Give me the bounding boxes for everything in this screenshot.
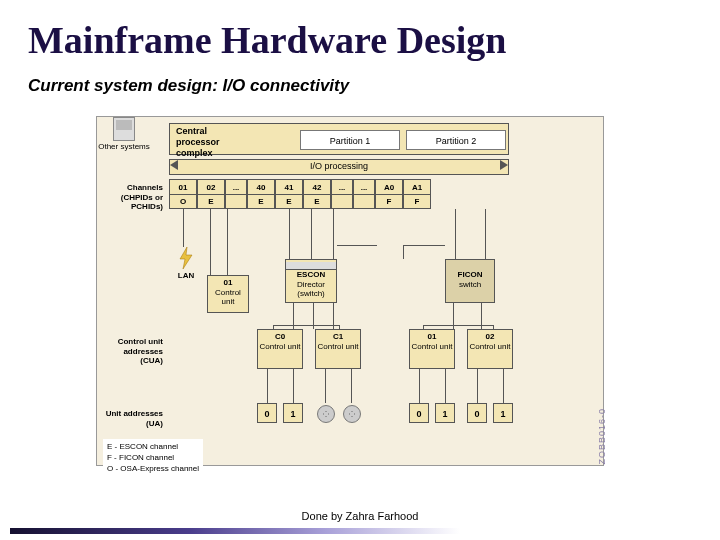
slide-footer: Done by Zahra Farhood xyxy=(0,510,720,522)
channel-a0: A0F xyxy=(375,179,403,209)
connector-line xyxy=(351,369,352,403)
control-unit-c0: C0Control unit xyxy=(257,329,303,369)
channel-row: 01O 02E ... 40E 41E 42E ... ... A0F A1F xyxy=(169,179,509,209)
channel-01: 01O xyxy=(169,179,197,209)
lightning-bolt-icon xyxy=(178,247,194,269)
unit-address-0: 0 xyxy=(257,403,277,423)
legend-osa: O - OSA-Express channel xyxy=(107,463,199,474)
connector-line xyxy=(503,369,504,403)
arrow-right-icon xyxy=(500,160,508,170)
connector-line xyxy=(227,209,228,275)
gradient-bar xyxy=(10,528,460,534)
svg-marker-0 xyxy=(180,247,192,269)
channel-ellipsis-1: ... xyxy=(225,179,247,209)
connector-line xyxy=(423,325,493,326)
disk-icon xyxy=(343,405,361,423)
unit-address-1: 1 xyxy=(435,403,455,423)
disk-icon xyxy=(317,405,335,423)
partition-1-box: Partition 1 xyxy=(300,130,400,150)
cpc-label: Central processor complex xyxy=(176,126,220,158)
lan-label: LAN xyxy=(171,271,201,280)
connector-line xyxy=(289,209,290,259)
label-unit-addresses: Unit addresses (UA) xyxy=(101,409,163,428)
page-title: Mainframe Hardware Design xyxy=(0,0,720,62)
channel-02: 02E xyxy=(197,179,225,209)
connector-line xyxy=(485,209,486,259)
other-systems-label: Other systems xyxy=(97,143,151,152)
unit-address-0: 0 xyxy=(467,403,487,423)
unit-address-1: 1 xyxy=(283,403,303,423)
channel-type-legend: E - ESCON channel F - FICON channel O - … xyxy=(103,439,203,477)
escon-director-switch: ESCON Director (switch) xyxy=(285,259,337,303)
channel-a1: A1F xyxy=(403,179,431,209)
connector-line xyxy=(325,369,326,403)
channel-ellipsis-3: ... xyxy=(353,179,375,209)
connector-line xyxy=(455,209,456,259)
cpc-l1: Central xyxy=(176,126,207,136)
partition-2-box: Partition 2 xyxy=(406,130,506,150)
control-unit-c1: C1Control unit xyxy=(315,329,361,369)
control-unit-01-upper: 01Control unit xyxy=(207,275,249,313)
connector-line xyxy=(311,209,312,259)
connector-line xyxy=(445,369,446,403)
figure-reference-code: ZOBB016-0 xyxy=(597,408,607,465)
cpc-l3: complex xyxy=(176,148,213,158)
other-systems: Other systems xyxy=(97,117,151,157)
connector-line xyxy=(333,209,334,259)
server-icon xyxy=(113,117,135,141)
connector-line xyxy=(273,325,339,326)
unit-address-0: 0 xyxy=(409,403,429,423)
connector-line xyxy=(403,245,404,259)
page-subtitle: Current system design: I/O connectivity xyxy=(0,62,720,96)
control-unit-01-lower: 01Control unit xyxy=(409,329,455,369)
ficon-switch: FICON switch xyxy=(445,259,495,303)
legend-ficon: F - FICON channel xyxy=(107,452,199,463)
io-processing-row: I/O processing xyxy=(169,159,509,175)
lan-group: LAN xyxy=(171,247,201,280)
io-connectivity-diagram: Central processor complex Partition 1 Pa… xyxy=(96,116,604,466)
connector-line xyxy=(403,245,445,246)
legend-escon: E - ESCON channel xyxy=(107,441,199,452)
connector-line xyxy=(293,369,294,403)
channel-42: 42E xyxy=(303,179,331,209)
label-channels: Channels (CHPIDs or PCHIDs) xyxy=(101,183,163,212)
central-processor-complex-box: Central processor complex Partition 1 Pa… xyxy=(169,123,509,155)
control-unit-02: 02Control unit xyxy=(467,329,513,369)
cpc-l2: processor xyxy=(176,137,220,147)
channel-41: 41E xyxy=(275,179,303,209)
unit-address-1: 1 xyxy=(493,403,513,423)
connector-line xyxy=(419,369,420,403)
connector-line xyxy=(477,369,478,403)
connector-line xyxy=(267,369,268,403)
connector-line xyxy=(183,209,184,247)
label-control-unit-addresses: Control unit addresses (CUA) xyxy=(101,337,163,366)
connector-line xyxy=(210,209,211,275)
channel-40: 40E xyxy=(247,179,275,209)
channel-ellipsis-2: ... xyxy=(331,179,353,209)
connector-line xyxy=(337,245,377,246)
io-processing-label: I/O processing xyxy=(170,161,508,171)
